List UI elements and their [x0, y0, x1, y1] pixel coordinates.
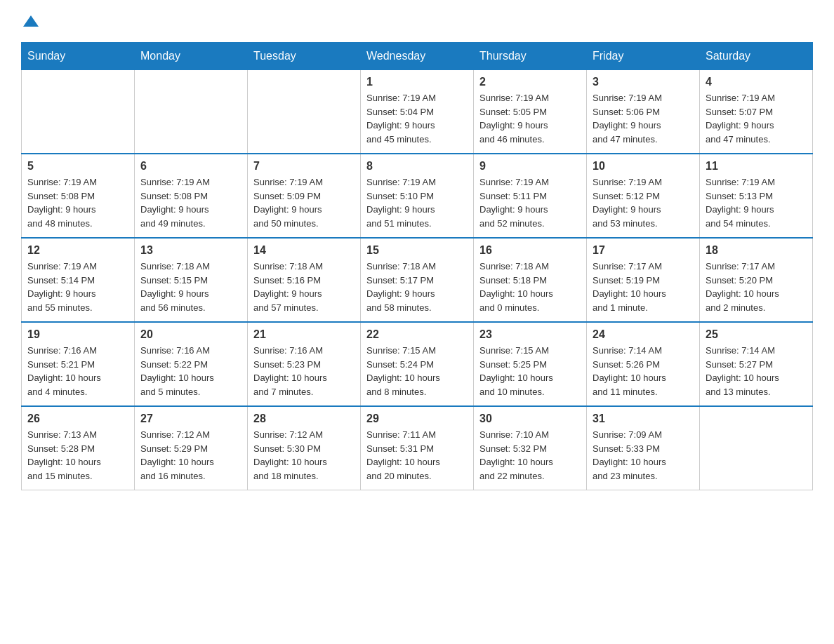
day-info: Sunrise: 7:19 AM Sunset: 5:11 PM Dayligh… [479, 175, 581, 230]
calendar-cell: 22Sunrise: 7:15 AM Sunset: 5:24 PM Dayli… [361, 322, 474, 406]
calendar-cell [248, 70, 361, 154]
calendar-header-row: SundayMondayTuesdayWednesdayThursdayFrid… [22, 43, 813, 70]
calendar-cell: 10Sunrise: 7:19 AM Sunset: 5:12 PM Dayli… [587, 154, 700, 238]
calendar-cell: 21Sunrise: 7:16 AM Sunset: 5:23 PM Dayli… [248, 322, 361, 406]
day-number: 14 [253, 244, 355, 257]
page-header [21, 14, 813, 28]
day-info: Sunrise: 7:09 AM Sunset: 5:33 PM Dayligh… [593, 428, 694, 483]
day-info: Sunrise: 7:18 AM Sunset: 5:16 PM Dayligh… [253, 260, 355, 314]
day-header-monday: Monday [135, 43, 248, 70]
day-number: 18 [706, 244, 807, 257]
day-number: 10 [593, 160, 694, 173]
day-info: Sunrise: 7:19 AM Sunset: 5:10 PM Dayligh… [366, 175, 468, 230]
day-info: Sunrise: 7:18 AM Sunset: 5:18 PM Dayligh… [479, 260, 581, 314]
day-number: 2 [479, 76, 581, 88]
day-info: Sunrise: 7:16 AM Sunset: 5:23 PM Dayligh… [253, 344, 355, 398]
day-number: 9 [479, 160, 581, 173]
calendar-week-row: 12Sunrise: 7:19 AM Sunset: 5:14 PM Dayli… [22, 238, 813, 322]
day-info: Sunrise: 7:17 AM Sunset: 5:20 PM Dayligh… [706, 260, 807, 314]
day-number: 27 [140, 412, 241, 425]
day-number: 26 [27, 412, 128, 425]
day-info: Sunrise: 7:19 AM Sunset: 5:06 PM Dayligh… [593, 91, 694, 146]
day-number: 29 [366, 412, 468, 425]
calendar-cell: 9Sunrise: 7:19 AM Sunset: 5:11 PM Daylig… [474, 154, 587, 238]
day-header-wednesday: Wednesday [361, 43, 474, 70]
day-number: 16 [479, 244, 581, 257]
calendar-week-row: 5Sunrise: 7:19 AM Sunset: 5:08 PM Daylig… [22, 154, 813, 238]
calendar-cell [135, 70, 248, 154]
day-info: Sunrise: 7:11 AM Sunset: 5:31 PM Dayligh… [366, 428, 468, 483]
day-info: Sunrise: 7:18 AM Sunset: 5:15 PM Dayligh… [140, 260, 241, 314]
day-header-thursday: Thursday [474, 43, 587, 70]
calendar-cell: 17Sunrise: 7:17 AM Sunset: 5:19 PM Dayli… [587, 238, 700, 322]
day-number: 23 [479, 328, 581, 341]
day-number: 15 [366, 244, 468, 257]
calendar-cell: 19Sunrise: 7:16 AM Sunset: 5:21 PM Dayli… [22, 322, 135, 406]
day-number: 12 [27, 244, 128, 257]
day-info: Sunrise: 7:19 AM Sunset: 5:05 PM Dayligh… [479, 91, 581, 146]
calendar-cell [22, 70, 135, 154]
day-number: 25 [706, 328, 807, 341]
calendar-week-row: 26Sunrise: 7:13 AM Sunset: 5:28 PM Dayli… [22, 406, 813, 490]
day-header-saturday: Saturday [700, 43, 813, 70]
day-number: 6 [140, 160, 241, 173]
day-header-sunday: Sunday [22, 43, 135, 70]
day-header-friday: Friday [587, 43, 700, 70]
day-number: 30 [479, 412, 581, 425]
calendar-cell: 25Sunrise: 7:14 AM Sunset: 5:27 PM Dayli… [700, 322, 813, 406]
calendar-week-row: 19Sunrise: 7:16 AM Sunset: 5:21 PM Dayli… [22, 322, 813, 406]
calendar-cell: 24Sunrise: 7:14 AM Sunset: 5:26 PM Dayli… [587, 322, 700, 406]
day-number: 22 [366, 328, 468, 341]
calendar-cell: 18Sunrise: 7:17 AM Sunset: 5:20 PM Dayli… [700, 238, 813, 322]
logo [21, 14, 39, 28]
calendar-cell: 14Sunrise: 7:18 AM Sunset: 5:16 PM Dayli… [248, 238, 361, 322]
day-info: Sunrise: 7:12 AM Sunset: 5:30 PM Dayligh… [253, 428, 355, 483]
logo-triangle-icon [23, 14, 39, 28]
calendar-cell: 11Sunrise: 7:19 AM Sunset: 5:13 PM Dayli… [700, 154, 813, 238]
calendar-cell: 30Sunrise: 7:10 AM Sunset: 5:32 PM Dayli… [474, 406, 587, 490]
calendar-cell: 1Sunrise: 7:19 AM Sunset: 5:04 PM Daylig… [361, 70, 474, 154]
day-info: Sunrise: 7:17 AM Sunset: 5:19 PM Dayligh… [593, 260, 694, 314]
calendar-cell: 5Sunrise: 7:19 AM Sunset: 5:08 PM Daylig… [22, 154, 135, 238]
day-info: Sunrise: 7:14 AM Sunset: 5:27 PM Dayligh… [706, 344, 807, 398]
day-info: Sunrise: 7:13 AM Sunset: 5:28 PM Dayligh… [27, 428, 128, 483]
day-info: Sunrise: 7:14 AM Sunset: 5:26 PM Dayligh… [593, 344, 694, 398]
day-number: 11 [706, 160, 807, 173]
day-number: 1 [366, 76, 468, 88]
day-info: Sunrise: 7:16 AM Sunset: 5:22 PM Dayligh… [140, 344, 241, 398]
day-number: 21 [253, 328, 355, 341]
day-header-tuesday: Tuesday [248, 43, 361, 70]
day-info: Sunrise: 7:16 AM Sunset: 5:21 PM Dayligh… [27, 344, 128, 398]
day-number: 19 [27, 328, 128, 341]
calendar-cell: 2Sunrise: 7:19 AM Sunset: 5:05 PM Daylig… [474, 70, 587, 154]
calendar-cell: 4Sunrise: 7:19 AM Sunset: 5:07 PM Daylig… [700, 70, 813, 154]
svg-marker-0 [23, 15, 39, 27]
calendar-cell: 13Sunrise: 7:18 AM Sunset: 5:15 PM Dayli… [135, 238, 248, 322]
day-info: Sunrise: 7:12 AM Sunset: 5:29 PM Dayligh… [140, 428, 241, 483]
calendar-cell: 31Sunrise: 7:09 AM Sunset: 5:33 PM Dayli… [587, 406, 700, 490]
day-info: Sunrise: 7:19 AM Sunset: 5:08 PM Dayligh… [27, 175, 128, 230]
day-info: Sunrise: 7:19 AM Sunset: 5:08 PM Dayligh… [140, 175, 241, 230]
calendar-cell: 26Sunrise: 7:13 AM Sunset: 5:28 PM Dayli… [22, 406, 135, 490]
day-info: Sunrise: 7:10 AM Sunset: 5:32 PM Dayligh… [479, 428, 581, 483]
calendar-cell: 7Sunrise: 7:19 AM Sunset: 5:09 PM Daylig… [248, 154, 361, 238]
day-number: 13 [140, 244, 241, 257]
calendar-table: SundayMondayTuesdayWednesdayThursdayFrid… [21, 42, 813, 490]
day-number: 8 [366, 160, 468, 173]
calendar-week-row: 1Sunrise: 7:19 AM Sunset: 5:04 PM Daylig… [22, 70, 813, 154]
day-number: 28 [253, 412, 355, 425]
day-info: Sunrise: 7:18 AM Sunset: 5:17 PM Dayligh… [366, 260, 468, 314]
day-number: 17 [593, 244, 694, 257]
day-info: Sunrise: 7:19 AM Sunset: 5:13 PM Dayligh… [706, 175, 807, 230]
day-info: Sunrise: 7:19 AM Sunset: 5:09 PM Dayligh… [253, 175, 355, 230]
day-info: Sunrise: 7:19 AM Sunset: 5:12 PM Dayligh… [593, 175, 694, 230]
day-number: 7 [253, 160, 355, 173]
day-info: Sunrise: 7:19 AM Sunset: 5:07 PM Dayligh… [706, 91, 807, 146]
day-info: Sunrise: 7:15 AM Sunset: 5:24 PM Dayligh… [366, 344, 468, 398]
calendar-cell: 28Sunrise: 7:12 AM Sunset: 5:30 PM Dayli… [248, 406, 361, 490]
day-number: 24 [593, 328, 694, 341]
day-info: Sunrise: 7:15 AM Sunset: 5:25 PM Dayligh… [479, 344, 581, 398]
day-number: 3 [593, 76, 694, 88]
calendar-cell: 3Sunrise: 7:19 AM Sunset: 5:06 PM Daylig… [587, 70, 700, 154]
calendar-cell [700, 406, 813, 490]
